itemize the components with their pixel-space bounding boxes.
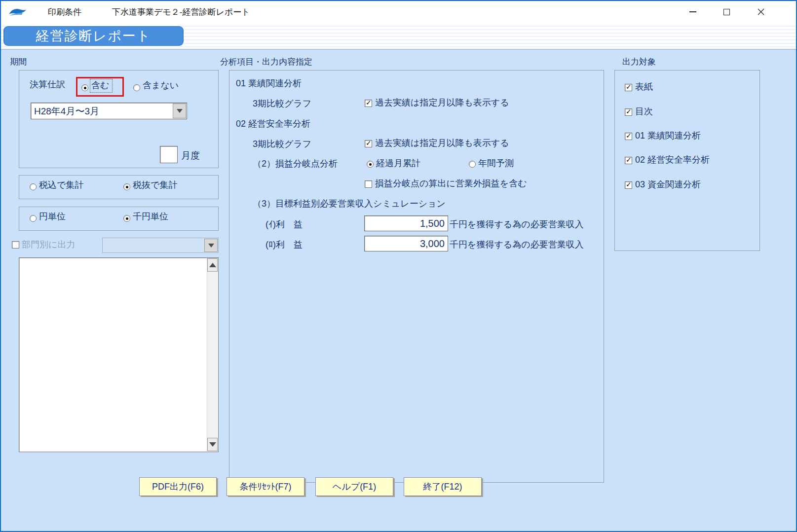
nonoperating-checkbox[interactable] (365, 180, 372, 188)
cumulative-radio[interactable] (367, 161, 374, 168)
scroll-down-button[interactable] (207, 438, 218, 451)
past-results-label-2[interactable]: 過去実績は指定月以降も表示する (375, 137, 509, 149)
pdf-output-button[interactable]: PDF出力(F6) (139, 477, 217, 496)
month-input[interactable] (160, 146, 178, 163)
past-results-checkbox-2[interactable] (365, 140, 372, 147)
item02-label: 02 経営安全率分析 (236, 118, 310, 130)
section-output-label: 出力対象 (622, 56, 656, 68)
output-toc-label[interactable]: 目次 (635, 106, 653, 117)
graph3-label-1: 3期比較グラフ (253, 98, 311, 109)
arrow-down-icon (209, 442, 216, 447)
output-02-checkbox[interactable] (625, 157, 632, 164)
tax-excluded-label[interactable]: 税抜で集計 (133, 179, 177, 191)
exit-button[interactable]: 終了(F12) (404, 477, 482, 496)
title-bar: 印刷条件 下水道事業デモ２-経営診断レポート (1, 1, 796, 23)
maximize-icon (723, 9, 730, 15)
minimize-button[interactable] (679, 1, 707, 23)
close-button[interactable] (747, 1, 775, 23)
item01-label: 01 業績関連分析 (236, 77, 302, 89)
close-icon (758, 8, 764, 15)
window-title: 下水道事業デモ２-経営診断レポート (112, 6, 250, 18)
reset-conditions-button[interactable]: 条件ﾘｾｯﾄ(F7) (227, 477, 304, 496)
page-title: 経営診断レポート (3, 26, 184, 46)
thousand-yen-unit-radio[interactable] (123, 215, 130, 222)
forecast-radio[interactable] (469, 161, 476, 168)
profit-i-input[interactable] (364, 215, 448, 231)
minimize-icon (689, 11, 696, 12)
department-listbox[interactable] (19, 257, 219, 452)
exclude-radio-label[interactable]: 含まない (143, 79, 179, 91)
journal-label: 決算仕訳 (30, 78, 65, 90)
fiscal-range-combobox[interactable]: H28年4月〜3月 (31, 103, 187, 119)
past-results-checkbox-1[interactable] (365, 100, 372, 107)
scroll-up-button[interactable] (207, 258, 218, 272)
tax-excluded-radio[interactable] (123, 183, 130, 190)
profit-ro-input[interactable] (364, 236, 448, 251)
app-window: 印刷条件 下水道事業デモ２-経営診断レポート 経営診断レポート 期間 分析項目・… (0, 0, 797, 532)
fiscal-range-dropdown-button[interactable] (173, 104, 186, 118)
section-analysis-label: 分析項目・出力内容指定 (220, 56, 312, 68)
dept-combobox (102, 238, 219, 253)
forecast-label[interactable]: 年間予測 (478, 157, 514, 169)
fiscal-range-value: H28年4月〜3月 (34, 105, 99, 118)
section-period-label: 期間 (10, 56, 27, 68)
month-suffix-label: 月度 (181, 149, 200, 162)
output-03-checkbox[interactable] (625, 181, 632, 189)
thousand-yen-unit-label[interactable]: 千円単位 (133, 211, 168, 222)
breakeven-label: （2）損益分岐点分析 (253, 158, 338, 170)
output-cover-label[interactable]: 表紙 (635, 81, 653, 93)
app-logo-icon (8, 6, 28, 20)
include-radio[interactable] (81, 84, 88, 91)
menu-print-conditions[interactable]: 印刷条件 (48, 6, 81, 18)
nonoperating-label[interactable]: 損益分岐点の算出に営業外損益を含む (375, 177, 527, 189)
output-02-label[interactable]: 02 経営安全率分析 (635, 154, 710, 166)
profit-i-label: (ｲ)利 益 (266, 218, 303, 230)
listbox-scrollbar[interactable] (207, 258, 218, 451)
profit-i-suffix: 千円を獲得する為の必要営業収入 (450, 218, 584, 230)
output-toc-checkbox[interactable] (625, 108, 632, 116)
profit-ro-suffix: 千円を獲得する為の必要営業収入 (450, 239, 584, 250)
include-radio-label[interactable]: 含む (90, 79, 113, 93)
yen-unit-radio[interactable] (30, 215, 37, 222)
output-01-label[interactable]: 01 業績関連分析 (635, 130, 701, 142)
dept-dropdown-button (204, 239, 218, 252)
graph3-label-2: 3期比較グラフ (253, 138, 311, 150)
cumulative-label[interactable]: 経過月累計 (376, 157, 420, 169)
yen-unit-label[interactable]: 円単位 (39, 211, 66, 222)
tax-included-label[interactable]: 税込で集計 (39, 179, 83, 191)
help-button[interactable]: ヘルプ(F1) (315, 477, 393, 496)
tax-included-radio[interactable] (30, 183, 37, 190)
output-cover-checkbox[interactable] (625, 84, 632, 91)
header-band: 経営診断レポート (1, 23, 796, 50)
simulation-label: （3）目標利益別必要営業収入シミュレーション (253, 198, 446, 210)
maximize-button[interactable] (712, 1, 741, 23)
past-results-label-1[interactable]: 過去実績は指定月以降も表示する (375, 97, 509, 108)
output-01-checkbox[interactable] (625, 133, 632, 140)
dept-output-label: 部門別に出力 (22, 239, 75, 250)
arrow-up-icon (209, 263, 216, 267)
dept-output-checkbox[interactable] (12, 241, 19, 248)
exclude-radio[interactable] (133, 84, 140, 91)
profit-ro-label: (ﾛ)利 益 (266, 239, 303, 250)
analysis-groupbox (229, 70, 604, 483)
output-03-label[interactable]: 03 資金関連分析 (635, 178, 701, 190)
